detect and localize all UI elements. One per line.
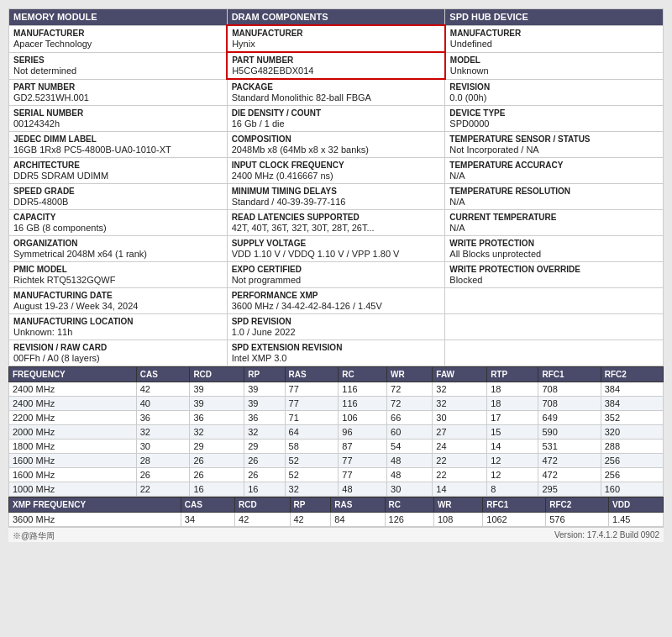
freq-cell: 1600 MHz (9, 454, 137, 468)
field-label: SUPPLY VOLTAGE (232, 239, 441, 248)
field-label: PERFORMANCE XMP (232, 291, 441, 300)
xmp-table: XMP FREQUENCYCASRCDRPRASRCWRRFC1RFC2VDD … (8, 497, 664, 527)
freq-cell: 77 (339, 454, 387, 468)
freq-cell: 384 (601, 397, 663, 411)
field-label: SERIAL NUMBER (13, 108, 223, 118)
field-value: Standard / 40-39-39-77-116 (232, 197, 441, 207)
info-cell: REVISION / RAW CARD00FFh / A0 (8 layers) (9, 340, 228, 366)
field-label: MINIMUM TIMING DELAYS (232, 187, 441, 196)
freq-cell: 17 (487, 411, 538, 425)
freq-cell: 12 (487, 468, 538, 482)
xmp-row: 3600 MHz3442428412610810625761.45 (9, 513, 664, 527)
freq-cell: 48 (387, 454, 433, 468)
field-label: PACKAGE (232, 82, 441, 92)
info-cell: PART NUMBERGD2.5231WH.001 (9, 79, 228, 106)
field-value: Symmetrical 2048M x64 (1 rank) (13, 249, 223, 259)
freq-col-header: RCD (190, 367, 244, 382)
field-value: Undefined (450, 39, 659, 49)
field-label: DEVICE TYPE (449, 108, 659, 118)
field-value: 00FFh / A0 (8 layers) (13, 353, 223, 363)
field-label: MANUFACTURER (450, 29, 659, 38)
freq-cell: 22 (433, 468, 487, 482)
freq-cell: 64 (285, 425, 339, 440)
freq-cell: 26 (244, 454, 285, 468)
freq-col-header: FAW (433, 367, 487, 382)
freq-cell: 32 (433, 397, 487, 411)
field-value: 2048Mb x8 (64Mb x8 x 32 banks) (232, 145, 441, 155)
info-cell: SERIESNot determined (9, 52, 228, 79)
field-value: 16GB 1Rx8 PC5-4800B-UA0-1010-XT (13, 145, 223, 155)
freq-cell: 26 (190, 454, 244, 468)
field-value: 42T, 40T, 36T, 32T, 30T, 28T, 26T... (232, 223, 441, 233)
field-label: EXPO CERTIFIED (232, 265, 441, 274)
freq-cell: 32 (285, 482, 339, 497)
info-cell: ORGANIZATIONSymmetrical 2048M x64 (1 ran… (9, 236, 228, 262)
info-cell: WRITE PROTECTIONAll Blocks unprotected (445, 236, 664, 262)
field-label: TEMPERATURE ACCURACY (449, 161, 659, 170)
field-label: CAPACITY (13, 213, 223, 222)
freq-cell: 2000 MHz (9, 425, 137, 440)
freq-table: FREQUENCYCASRCDRPRASRCWRFAWRTPRFC1RFC2 2… (8, 366, 664, 497)
xmp-cell: 34 (181, 513, 234, 527)
freq-row: 2400 MHz42393977116723218708384 (9, 382, 664, 397)
field-value: Unknown (450, 66, 659, 76)
field-value: N/A (449, 171, 659, 181)
xmp-cell: 576 (546, 513, 609, 527)
field-label: SERIES (13, 55, 222, 65)
freq-cell: 60 (387, 425, 433, 440)
freq-cell: 708 (538, 382, 601, 397)
field-value: N/A (449, 223, 659, 233)
field-label: MANUFACTURER (232, 29, 440, 38)
freq-cell: 40 (136, 397, 190, 411)
field-value: Standard Monolithic 82-ball FBGA (232, 92, 441, 103)
xmp-col-header: RFC2 (546, 497, 609, 513)
info-cell (445, 288, 664, 314)
freq-cell: 352 (601, 411, 663, 425)
col-header-dram: DRAM COMPONENTS (227, 9, 445, 26)
freq-cell: 22 (136, 482, 190, 497)
xmp-cell: 42 (290, 513, 331, 527)
freq-cell: 26 (244, 468, 285, 482)
col-header-spd: SPD HUB DEVICE (445, 9, 664, 26)
freq-cell: 472 (538, 454, 601, 468)
field-label: MANUFACTURER (13, 29, 222, 38)
freq-cell: 18 (487, 397, 538, 411)
freq-cell: 36 (190, 411, 244, 425)
freq-cell: 24 (433, 440, 487, 454)
freq-row: 1800 MHz3029295887542414531288 (9, 440, 664, 454)
freq-cell: 28 (136, 454, 190, 468)
field-label: READ LATENCIES SUPPORTED (232, 213, 441, 222)
freq-col-header: RAS (285, 367, 339, 382)
xmp-cell: 126 (385, 513, 433, 527)
field-value: Unknown: 11h (13, 327, 223, 337)
xmp-col-header: VDD (609, 497, 664, 513)
watermark: ※@路华周 (13, 530, 55, 542)
info-cell: MANUFACTURERHynix (227, 25, 445, 52)
xmp-cell: 42 (235, 513, 290, 527)
freq-cell: 384 (601, 382, 663, 397)
info-cell: TEMPERATURE RESOLUTIONN/A (445, 184, 664, 210)
freq-cell: 77 (339, 468, 387, 482)
freq-col-header: RTP (487, 367, 538, 382)
field-value: DDR5-4800B (13, 197, 223, 207)
freq-cell: 52 (285, 468, 339, 482)
info-cell: SPD EXTENSION REVISIONIntel XMP 3.0 (227, 340, 445, 366)
xmp-col-header: RFC1 (483, 497, 546, 513)
field-value: N/A (449, 197, 659, 207)
freq-cell: 160 (601, 482, 663, 497)
xmp-cell: 84 (331, 513, 385, 527)
info-cell (445, 314, 664, 340)
info-cell: JEDEC DIMM LABEL16GB 1Rx8 PC5-4800B-UA0-… (9, 132, 228, 158)
freq-cell: 27 (433, 425, 487, 440)
freq-cell: 77 (285, 382, 339, 397)
field-label: CURRENT TEMPERATURE (449, 213, 659, 222)
freq-cell: 106 (339, 411, 387, 425)
field-value: Not Incorporated / NA (449, 145, 659, 155)
freq-cell: 2400 MHz (9, 397, 137, 411)
field-label: WRITE PROTECTION (449, 239, 659, 248)
freq-cell: 32 (244, 425, 285, 440)
freq-row: 2000 MHz3232326496602715590320 (9, 425, 664, 440)
freq-cell: 36 (136, 411, 190, 425)
info-cell: SPEED GRADEDDR5-4800B (9, 184, 228, 210)
freq-cell: 30 (387, 482, 433, 497)
